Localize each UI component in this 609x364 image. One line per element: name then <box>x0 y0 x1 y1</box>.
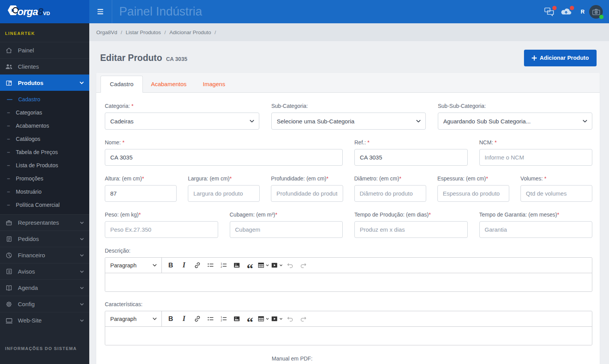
notification-badge <box>552 6 557 10</box>
tab-acabamentos[interactable]: Acabamentos <box>143 76 195 92</box>
submenu-item-promocoes[interactable]: Promoções <box>0 172 89 185</box>
caracteristicas-editor-content[interactable] <box>105 327 592 345</box>
italic-icon[interactable]: I <box>178 260 190 271</box>
espessura-input[interactable] <box>437 185 509 202</box>
volumes-input[interactable] <box>521 185 592 202</box>
sidebar-item-produtos[interactable]: Produtos <box>0 75 89 91</box>
sidebar-item-pedidos[interactable]: Pedidos <box>0 231 89 247</box>
submenu-item-cadastro[interactable]: Cadastro <box>0 93 89 106</box>
redo-icon[interactable] <box>297 260 309 271</box>
tab-imagens[interactable]: Imagens <box>195 76 234 92</box>
field-label: NCM: * <box>479 139 593 146</box>
field-espessura: Espessura: (em cm)* <box>437 175 509 202</box>
chevron-down-icon <box>80 81 84 84</box>
sub-categoria-select[interactable]: Selecione uma Sub-Categoria <box>271 113 426 130</box>
messages-icon[interactable] <box>544 7 555 16</box>
submenu-item-categorias[interactable]: Categorias <box>0 106 89 119</box>
brand-logo[interactable]: orga8VD <box>0 0 89 23</box>
submenu-item-tabela-de-precos[interactable]: Tabela de Preços <box>0 146 89 159</box>
sidebar-item-avisos[interactable]: Avisos <box>0 263 89 279</box>
numbered-list-icon[interactable]: 12 <box>218 313 229 325</box>
bold-icon[interactable]: B <box>165 313 177 325</box>
field-altura: Altura: (em cm)* <box>105 175 177 202</box>
insert-table-icon[interactable] <box>257 313 269 325</box>
profundidade-input[interactable] <box>271 185 343 202</box>
ncm-input[interactable] <box>479 149 593 166</box>
toolbar-separator <box>161 258 162 273</box>
sidebar-item-financeiro[interactable]: Financeiro <box>0 247 89 263</box>
avatar[interactable] <box>589 5 603 19</box>
sidebar-item-representantes[interactable]: Representantes <box>0 214 89 231</box>
page-header: Editar Produto CA 3035 Adicionar Produto <box>96 47 600 69</box>
field-caracteristicas: Características: Paragraph B I <box>105 301 592 345</box>
diametro-input[interactable] <box>354 185 426 202</box>
app-title: Painel Indústria <box>112 5 202 19</box>
tab-bar: Cadastro Acabamentos Imagens <box>96 73 600 93</box>
insert-image-icon[interactable] <box>231 260 243 271</box>
app-root: orga8VD LINEARTEK Painel Clientes Pr <box>0 0 609 364</box>
sidebar-item-clientes[interactable]: Clientes <box>0 58 89 75</box>
categoria-select[interactable]: Cadeiras <box>105 113 259 130</box>
sub-sub-categoria-select[interactable]: Aguardando Sub Sub Categoria... <box>438 113 592 130</box>
redo-icon[interactable] <box>297 313 309 325</box>
field-manual-pdf: Manual em PDF: Escolher arquivo Nenhum a… <box>272 355 592 364</box>
insert-image-icon[interactable] <box>231 313 243 325</box>
insert-media-icon[interactable] <box>271 260 283 271</box>
submenu-item-lista-de-produtos[interactable]: Lista de Produtos <box>0 159 89 172</box>
block-quote-icon[interactable]: “ <box>244 260 256 271</box>
field-tempo-garantia: Tempo de Garantia: (em meses)* <box>479 211 593 238</box>
bold-icon[interactable]: B <box>165 260 177 271</box>
bulleted-list-icon[interactable] <box>205 313 216 325</box>
insert-table-icon[interactable] <box>257 260 269 271</box>
field-label: Tempo de Garantia: (em meses)* <box>479 211 593 218</box>
field-label: Tempo de Produção: (em dias)* <box>354 211 468 218</box>
descricao-editor-content[interactable] <box>105 273 592 291</box>
sidebar-item-config[interactable]: Config <box>0 296 89 312</box>
italic-icon[interactable]: I <box>178 313 190 325</box>
main-column: Painel Indústria R <box>89 0 609 364</box>
tempo-garantia-input[interactable] <box>479 221 593 238</box>
produtos-submenu: Cadastro Categorias Acabamentos Catálogo… <box>0 91 89 214</box>
paragraph-dropdown[interactable]: Paragraph <box>105 311 161 326</box>
peso-input[interactable] <box>105 221 218 238</box>
field-label: Sub-Sub-Categoria: <box>438 103 592 109</box>
link-icon[interactable] <box>191 260 203 271</box>
undo-icon[interactable] <box>284 260 296 271</box>
breadcrumb-item[interactable]: Orga8Vd <box>96 29 117 35</box>
altura-input[interactable] <box>105 185 177 202</box>
chevron-down-icon <box>80 270 84 273</box>
submenu-item-mostruario[interactable]: Mostruário <box>0 185 89 198</box>
insert-media-icon[interactable] <box>271 313 283 325</box>
numbered-list-icon[interactable]: 12 <box>218 260 229 271</box>
undo-icon[interactable] <box>284 313 296 325</box>
sidebar-item-agenda[interactable]: Agenda <box>0 279 89 296</box>
tempo-producao-input[interactable] <box>354 221 468 238</box>
cubagem-input[interactable] <box>230 221 343 238</box>
page-content: Editar Produto CA 3035 Adicionar Produto… <box>89 41 609 364</box>
monitor-icon <box>5 317 13 324</box>
link-icon[interactable] <box>191 313 203 325</box>
nome-input[interactable] <box>105 149 343 166</box>
breadcrumb-item[interactable]: Listar Produtos <box>126 29 161 35</box>
submenu-item-politica-comercial[interactable]: Política Comercial <box>0 198 89 211</box>
sidebar-item-web-site[interactable]: Web-Site <box>0 312 89 328</box>
field-largura: Largura: (em cm)* <box>188 175 260 202</box>
ref-input[interactable] <box>354 149 468 166</box>
largura-input[interactable] <box>188 185 260 202</box>
field-label: Cubagem: (em m³)* <box>230 211 343 218</box>
paragraph-dropdown[interactable]: Paragraph <box>105 258 161 273</box>
sidebar-item-painel[interactable]: Painel <box>0 42 89 58</box>
bulleted-list-icon[interactable] <box>205 260 216 271</box>
field-label: Sub-Categoria: <box>271 103 426 109</box>
add-product-button[interactable]: Adicionar Produto <box>524 50 597 66</box>
submenu-item-catalogos[interactable]: Catálogos <box>0 132 89 146</box>
notices-icon <box>5 268 13 276</box>
submenu-item-acabamentos[interactable]: Acabamentos <box>0 119 89 132</box>
menu-toggle-icon[interactable] <box>89 0 112 23</box>
cloud-upload-icon[interactable] <box>560 7 572 16</box>
camera-icon <box>592 9 600 15</box>
orders-icon <box>5 235 13 243</box>
breadcrumb-item[interactable]: Adicionar Produto <box>169 29 211 35</box>
tab-cadastro[interactable]: Cadastro <box>101 76 143 93</box>
block-quote-icon[interactable]: “ <box>244 313 256 325</box>
